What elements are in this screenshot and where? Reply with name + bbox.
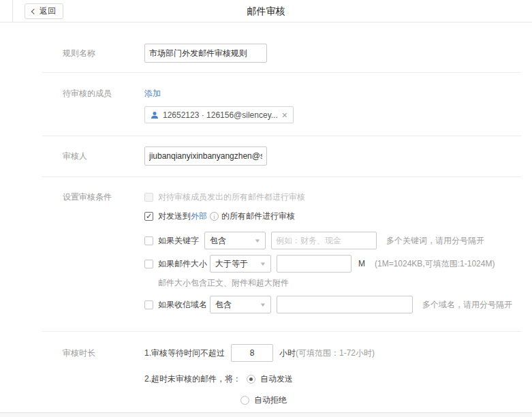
hours-prefix: 1.审核等待时间不超过: [144, 348, 225, 359]
external-label-prefix: 对发送到: [158, 211, 191, 222]
chevron-down-icon: ▼: [254, 238, 261, 244]
hours-input[interactable]: [231, 344, 273, 362]
keyword-operator-select[interactable]: 包含 ▼: [204, 232, 266, 249]
size-input[interactable]: [277, 255, 351, 273]
top-bar: 返回 邮件审核: [0, 0, 532, 22]
condition-all-mail-row: 对待审核成员发出的所有邮件都进行审核: [144, 191, 532, 203]
auto-reject-row: 自动拒绝: [240, 395, 532, 406]
keyword-input[interactable]: [271, 232, 377, 249]
hours-unit: 小时: [279, 348, 296, 359]
size-operator-value: 大于等于: [215, 258, 248, 270]
condition-external-row: 对发送到外部i的所有邮件进行审核: [144, 211, 532, 222]
auto-reject-label: 自动拒绝: [254, 395, 287, 406]
members-label: 待审核的成员: [63, 88, 144, 123]
domain-input[interactable]: [277, 296, 413, 313]
rule-name-section: 规则名称: [0, 22, 532, 72]
conditions-label: 设置审核条件: [63, 191, 144, 313]
all-mail-checkbox[interactable]: [144, 193, 153, 202]
domain-operator-select[interactable]: 包含 ▼: [210, 296, 271, 313]
members-section: 待审核的成员 添加 12652123 · 126156@silencey... …: [0, 73, 532, 136]
size-note: 邮件大小包含正文、附件和超大附件: [158, 277, 532, 289]
member-tag-label: 12652123 · 126156@silencey...: [163, 110, 278, 120]
auto-reject-radio[interactable]: [240, 396, 249, 405]
all-mail-label: 对待审核成员发出的所有邮件都进行审核: [158, 191, 305, 203]
hours-hint: (可填范围：1-72小时): [296, 348, 375, 359]
external-link[interactable]: 外部: [191, 211, 207, 222]
rule-name-label: 规则名称: [63, 44, 144, 63]
auto-send-radio[interactable]: [247, 375, 255, 384]
keyword-label: 如果关键字: [158, 235, 199, 247]
keyword-hint: 多个关键词，请用分号隔开: [386, 235, 484, 247]
domain-checkbox[interactable]: [144, 300, 153, 309]
external-label-suffix: 的所有邮件进行审核: [221, 211, 295, 222]
domain-operator-value: 包含: [215, 299, 232, 311]
size-unit: M: [358, 259, 365, 268]
duration-section: 审核时长 1.审核等待时间不超过 小时(可填范围：1-72小时) 2.超时未审核…: [0, 332, 532, 406]
keyword-checkbox[interactable]: [144, 236, 153, 245]
auto-send-label: 自动发送: [260, 373, 293, 385]
chevron-down-icon: ▼: [260, 261, 266, 267]
chevron-down-icon: ▼: [260, 302, 266, 308]
condition-size-row: 如果邮件大小 大于等于 ▼ M (1M=1024KB,可填范围:1-1024M): [144, 255, 532, 273]
info-icon[interactable]: i: [210, 212, 219, 221]
rule-name-input[interactable]: [144, 44, 267, 63]
page-title: 邮件审核: [0, 0, 532, 22]
condition-keyword-row: 如果关键字 包含 ▼ 多个关键词，请用分号隔开: [144, 232, 532, 249]
conditions-section: 设置审核条件 对待审核成员发出的所有邮件都进行审核 对发送到外部i的所有邮件进行…: [0, 177, 532, 331]
remove-member-icon[interactable]: ×: [282, 110, 287, 120]
duration-hours-row: 1.审核等待时间不超过 小时(可填范围：1-72小时): [144, 344, 532, 362]
person-icon: [151, 111, 159, 119]
size-checkbox[interactable]: [144, 260, 153, 268]
duration-label: 审核时长: [63, 344, 144, 406]
add-member-link[interactable]: 添加: [144, 89, 161, 98]
footer-strip: [0, 412, 532, 417]
auditor-label: 审核人: [63, 146, 144, 166]
timeout-action-row: 2.超时未审核的邮件，将： 自动发送: [144, 373, 532, 385]
size-hint: (1M=1024KB,可填范围:1-1024M): [375, 258, 495, 270]
external-checkbox[interactable]: [144, 212, 153, 221]
keyword-operator-value: 包含: [210, 235, 226, 247]
domain-label: 如果收信域名: [158, 299, 207, 311]
size-label: 如果邮件大小: [158, 258, 207, 270]
member-tag[interactable]: 12652123 · 126156@silencey... ×: [144, 106, 294, 123]
timeout-prefix: 2.超时未审核的邮件，将：: [144, 373, 241, 385]
auditor-section: 审核人: [0, 136, 532, 176]
domain-hint: 多个域名，请用分号隔开: [422, 299, 512, 311]
condition-domain-row: 如果收信域名 包含 ▼ 多个域名，请用分号隔开: [144, 296, 532, 313]
size-operator-select[interactable]: 大于等于 ▼: [210, 255, 271, 273]
auditor-input[interactable]: [144, 146, 267, 166]
